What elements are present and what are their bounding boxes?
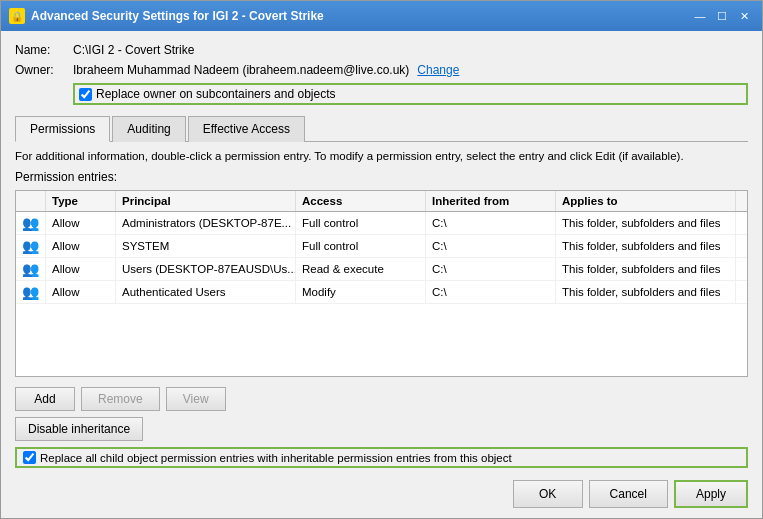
add-button[interactable]: Add (15, 387, 75, 411)
owner-label: Owner: (15, 63, 65, 77)
name-row: Name: C:\IGI 2 - Covert Strike (15, 43, 748, 57)
title-bar: 🔒 Advanced Security Settings for IGI 2 -… (1, 1, 762, 31)
row-applies: This folder, subfolders and files (556, 235, 736, 257)
row-type: Allow (46, 258, 116, 280)
minimize-button[interactable]: — (690, 7, 710, 25)
row-applies: This folder, subfolders and files (556, 281, 736, 303)
row-applies: This folder, subfolders and files (556, 212, 736, 234)
row-principal: Users (DESKTOP-87EAUSD\Us... (116, 258, 296, 280)
col-icon (16, 191, 46, 211)
row-inherited: C:\ (426, 258, 556, 280)
table-row[interactable]: 👥 Allow Authenticated Users Modify C:\ T… (16, 281, 747, 304)
row-type: Allow (46, 235, 116, 257)
replace-owner-checkbox-row: Replace owner on subcontainers and objec… (73, 83, 748, 105)
description-text: For additional information, double-click… (15, 148, 748, 164)
title-controls: — ☐ ✕ (690, 7, 754, 25)
row-icon: 👥 (16, 212, 46, 234)
replace-child-checkbox-row: Replace all child object permission entr… (15, 447, 748, 468)
col-inherited: Inherited from (426, 191, 556, 211)
table-row[interactable]: 👥 Allow Administrators (DESKTOP-87E... F… (16, 212, 747, 235)
row-inherited: C:\ (426, 281, 556, 303)
row-access: Full control (296, 235, 426, 257)
row-principal: Authenticated Users (116, 281, 296, 303)
replace-child-label: Replace all child object permission entr… (40, 452, 512, 464)
disable-inheritance-row: Disable inheritance (15, 417, 748, 441)
row-applies: This folder, subfolders and files (556, 258, 736, 280)
replace-owner-label: Replace owner on subcontainers and objec… (96, 87, 335, 101)
entries-label: Permission entries: (15, 170, 748, 184)
row-access: Read & execute (296, 258, 426, 280)
footer-buttons: OK Cancel Apply (15, 480, 748, 508)
col-access: Access (296, 191, 426, 211)
name-value: C:\IGI 2 - Covert Strike (73, 43, 194, 57)
row-principal: SYSTEM (116, 235, 296, 257)
cancel-button[interactable]: Cancel (589, 480, 668, 508)
maximize-button[interactable]: ☐ (712, 7, 732, 25)
window-icon: 🔒 (9, 8, 25, 24)
main-window: 🔒 Advanced Security Settings for IGI 2 -… (0, 0, 763, 519)
bottom-buttons: Add Remove View (15, 387, 748, 411)
table-row[interactable]: 👥 Allow SYSTEM Full control C:\ This fol… (16, 235, 747, 258)
col-applies: Applies to (556, 191, 736, 211)
row-icon: 👥 (16, 281, 46, 303)
row-access: Modify (296, 281, 426, 303)
disable-inheritance-button[interactable]: Disable inheritance (15, 417, 143, 441)
title-bar-left: 🔒 Advanced Security Settings for IGI 2 -… (9, 8, 324, 24)
tab-auditing[interactable]: Auditing (112, 116, 185, 142)
table-row[interactable]: 👥 Allow Users (DESKTOP-87EAUSD\Us... Rea… (16, 258, 747, 281)
row-icon: 👥 (16, 258, 46, 280)
row-type: Allow (46, 281, 116, 303)
col-type: Type (46, 191, 116, 211)
row-principal: Administrators (DESKTOP-87E... (116, 212, 296, 234)
ok-button[interactable]: OK (513, 480, 583, 508)
remove-button[interactable]: Remove (81, 387, 160, 411)
owner-row: Owner: Ibraheem Muhammad Nadeem (ibrahee… (15, 63, 748, 77)
window-title: Advanced Security Settings for IGI 2 - C… (31, 9, 324, 23)
owner-value: Ibraheem Muhammad Nadeem (ibraheem.nadee… (73, 63, 409, 77)
change-link[interactable]: Change (417, 63, 459, 77)
row-access: Full control (296, 212, 426, 234)
close-button[interactable]: ✕ (734, 7, 754, 25)
apply-button[interactable]: Apply (674, 480, 748, 508)
table-body: 👥 Allow Administrators (DESKTOP-87E... F… (16, 212, 747, 304)
tab-effective-access[interactable]: Effective Access (188, 116, 305, 142)
table-header: Type Principal Access Inherited from App… (16, 191, 747, 212)
replace-child-checkbox[interactable] (23, 451, 36, 464)
row-inherited: C:\ (426, 235, 556, 257)
row-icon: 👥 (16, 235, 46, 257)
row-type: Allow (46, 212, 116, 234)
tab-permissions[interactable]: Permissions (15, 116, 110, 142)
col-principal: Principal (116, 191, 296, 211)
permissions-table: Type Principal Access Inherited from App… (15, 190, 748, 377)
replace-owner-checkbox[interactable] (79, 88, 92, 101)
view-button[interactable]: View (166, 387, 226, 411)
row-inherited: C:\ (426, 212, 556, 234)
name-label: Name: (15, 43, 65, 57)
dialog-content: Name: C:\IGI 2 - Covert Strike Owner: Ib… (1, 31, 762, 518)
tabs-container: Permissions Auditing Effective Access (15, 115, 748, 142)
